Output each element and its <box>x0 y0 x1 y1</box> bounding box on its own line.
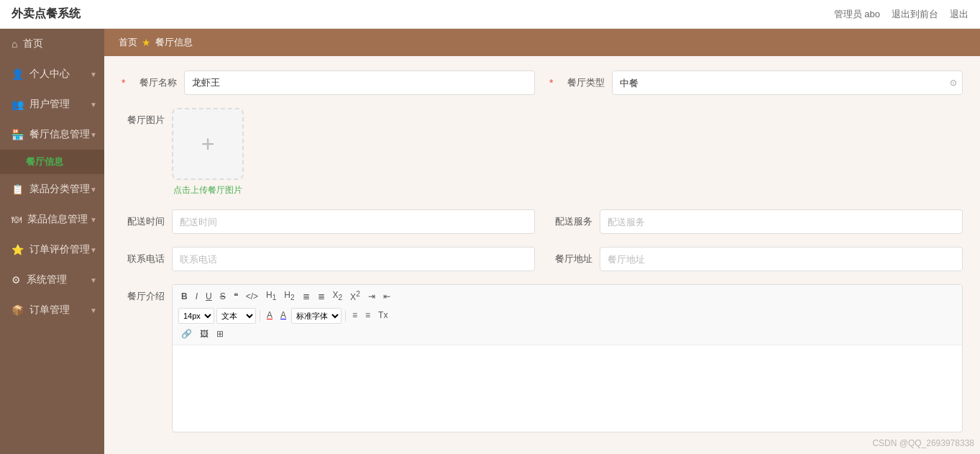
address-group: 餐厅地址 <box>549 247 963 271</box>
chevron-down-icon-8: ▼ <box>90 307 97 314</box>
editor-body[interactable] <box>173 345 962 432</box>
restaurant-name-group: * 餐厅名称 <box>122 71 535 95</box>
table-button[interactable]: ⊞ <box>214 327 226 342</box>
sidebar-item-personal[interactable]: 👤 个人中心 ▼ <box>0 59 104 89</box>
header-actions: 管理员 abo 退出到前台 退出 <box>834 8 968 21</box>
intro-group: 餐厅介绍 B I U S ❝ </> H1 H2 <box>122 284 963 432</box>
sidebar-item-system-mgmt[interactable]: ⚙ 系统管理 ▼ <box>0 265 104 295</box>
main-content: 首页 ★ 餐厅信息 * 餐厅名称 * 餐厅类型 中餐 <box>104 29 980 454</box>
breadcrumb-bar: 首页 ★ 餐厅信息 <box>104 29 980 56</box>
phone-input[interactable] <box>172 247 535 271</box>
sidebar-item-restaurant-mgmt[interactable]: 🏪 餐厅信息管理 ▼ <box>0 119 104 150</box>
users-icon: 👥 <box>12 99 24 110</box>
sidebar-item-personal-label: 个人中心 <box>29 68 70 81</box>
image-upload-box[interactable]: + <box>172 108 244 180</box>
editor-toolbar: B I U S ❝ </> H1 H2 ≣ ≣ X2 <box>173 285 962 345</box>
form-row-contact: 联系电话 餐厅地址 <box>122 247 963 271</box>
breadcrumb-current: 餐厅信息 <box>155 36 193 49</box>
toolbar-divider-2 <box>345 310 346 322</box>
subscript-button[interactable]: X2 <box>330 288 346 304</box>
image-upload-wrapper: + 点击上传餐厅图片 <box>172 108 244 196</box>
chevron-down-icon-6: ▼ <box>90 246 97 254</box>
font-family-select[interactable]: 标准字体 宋体 微软雅黑 <box>291 308 342 324</box>
admin-label: 管理员 abo <box>834 8 880 21</box>
chevron-down-icon: ▼ <box>90 71 97 78</box>
restaurant-type-select[interactable]: 中餐 西餐 快餐 日料 火锅 <box>612 71 963 95</box>
ul-button[interactable]: ≣ <box>315 289 328 304</box>
restaurant-name-label: 餐厅名称 <box>134 76 177 89</box>
image-button[interactable]: 🖼 <box>197 327 211 342</box>
sidebar-item-menu-category[interactable]: 📋 菜品分类管理 ▼ <box>0 174 104 204</box>
delivery-time-label: 配送时间 <box>122 215 165 228</box>
address-input[interactable] <box>600 247 963 271</box>
font-bgcolor-button[interactable]: A <box>278 308 289 323</box>
intro-label: 餐厅介绍 <box>122 284 165 303</box>
sidebar-item-order-mgmt-label: 订单管理 <box>29 304 70 317</box>
chevron-down-icon-2: ▼ <box>90 101 97 109</box>
phone-label: 联系电话 <box>122 253 165 265</box>
bold-button[interactable]: B <box>178 289 191 304</box>
image-caption[interactable]: 点击上传餐厅图片 <box>173 184 242 196</box>
clear-format-button[interactable]: Tx <box>375 308 390 323</box>
outdent-button[interactable]: ⇤ <box>380 289 393 304</box>
delivery-service-group: 配送服务 <box>549 209 963 234</box>
home-icon: ⌂ <box>12 38 17 50</box>
sidebar-item-restaurant-info[interactable]: 餐厅信息 <box>0 150 104 174</box>
editor-container: B I U S ❝ </> H1 H2 ≣ ≣ X2 <box>172 284 963 432</box>
editor-toolbar-row-1: B I U S ❝ </> H1 H2 ≣ ≣ X2 <box>178 288 956 305</box>
sidebar-item-user-mgmt-label: 用户管理 <box>29 98 70 111</box>
system-mgmt-icon: ⚙ <box>12 274 21 286</box>
align-right-button[interactable]: ≡ <box>362 308 373 323</box>
font-color-button[interactable]: A <box>264 308 275 323</box>
sidebar-item-menu-item-label: 菜品信息管理 <box>27 213 88 226</box>
delivery-time-group: 配送时间 <box>122 209 535 234</box>
sidebar-item-restaurant-mgmt-label: 餐厅信息管理 <box>29 128 90 141</box>
form-row-1: * 餐厅名称 * 餐厅类型 中餐 西餐 快餐 日料 火锅 <box>122 71 963 95</box>
sidebar-item-restaurant-info-label: 餐厅信息 <box>26 156 63 167</box>
sidebar-item-order-mgmt[interactable]: 📦 订单管理 ▼ <box>0 295 104 325</box>
editor-toolbar-row-3: 🔗 🖼 ⊞ <box>178 327 956 342</box>
format-select[interactable]: 文本 标题1 标题2 <box>216 308 256 324</box>
delivery-time-input[interactable] <box>172 209 535 234</box>
image-label: 餐厅图片 <box>122 108 165 127</box>
layout: ⌂ 首页 👤 个人中心 ▼ 👥 用户管理 ▼ 🏪 餐厅信息管理 ▼ 餐厅信息 📋… <box>0 29 980 454</box>
nav-exit-link[interactable]: 退出 <box>950 8 968 21</box>
italic-button[interactable]: I <box>193 289 201 304</box>
sidebar-item-home[interactable]: ⌂ 首页 <box>0 29 104 59</box>
form-row-delivery: 配送时间 配送服务 <box>122 209 963 234</box>
underline-button[interactable]: U <box>203 289 215 304</box>
font-size-select[interactable]: 14px 12px 16px 18px <box>178 308 214 324</box>
align-center-button[interactable]: ≡ <box>349 308 360 323</box>
phone-group: 联系电话 <box>122 247 535 271</box>
sidebar-item-menu-category-label: 菜品分类管理 <box>29 183 90 196</box>
form-area: * 餐厅名称 * 餐厅类型 中餐 西餐 快餐 日料 火锅 <box>104 56 980 454</box>
superscript-button[interactable]: X2 <box>347 288 363 305</box>
sidebar-item-menu-item[interactable]: 🍽 菜品信息管理 ▼ <box>0 204 104 235</box>
indent-button[interactable]: ⇥ <box>365 289 378 304</box>
quote-button[interactable]: ❝ <box>231 289 241 304</box>
sidebar-item-order-review[interactable]: ⭐ 订单评价管理 ▼ <box>0 235 104 265</box>
sidebar-item-order-review-label: 订单评价管理 <box>29 243 90 256</box>
form-row-image: 餐厅图片 + 点击上传餐厅图片 <box>122 108 963 196</box>
star-icon: ★ <box>142 37 151 48</box>
restaurant-type-select-wrapper: 中餐 西餐 快餐 日料 火锅 ⊙ <box>612 71 963 95</box>
h2-button[interactable]: H2 <box>281 288 297 304</box>
sidebar: ⌂ 首页 👤 个人中心 ▼ 👥 用户管理 ▼ 🏪 餐厅信息管理 ▼ 餐厅信息 📋… <box>0 29 104 454</box>
editor-toolbar-row-2: 14px 12px 16px 18px 文本 标题1 标题2 <box>178 308 956 324</box>
code-button[interactable]: </> <box>243 289 261 304</box>
h1-button[interactable]: H1 <box>263 288 279 304</box>
ol-button[interactable]: ≣ <box>300 289 313 304</box>
personal-icon: 👤 <box>12 68 24 80</box>
strikethrough-button[interactable]: S <box>217 289 229 304</box>
restaurant-name-input[interactable] <box>184 71 535 95</box>
sidebar-item-user-mgmt[interactable]: 👥 用户管理 ▼ <box>0 89 104 119</box>
app-title: 外卖点餐系统 <box>12 6 81 22</box>
order-mgmt-icon: 📦 <box>12 304 24 316</box>
required-star-type: * <box>549 77 553 88</box>
chevron-down-icon-7: ▼ <box>90 276 97 284</box>
delivery-service-input[interactable] <box>600 209 963 234</box>
chevron-down-icon-3: ▼ <box>90 131 97 139</box>
breadcrumb-home-link[interactable]: 首页 <box>119 36 137 49</box>
link-button[interactable]: 🔗 <box>178 327 195 342</box>
nav-front-link[interactable]: 退出到前台 <box>892 8 938 21</box>
